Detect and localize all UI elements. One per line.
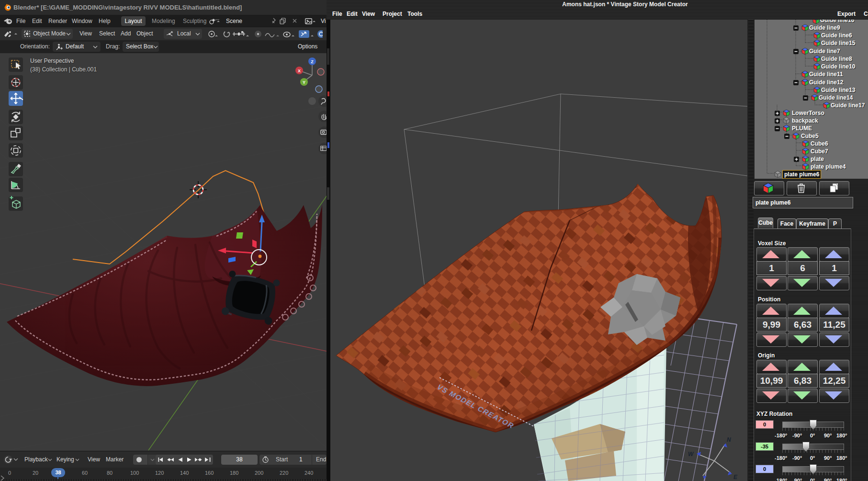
svg-text:N: N (727, 436, 731, 443)
svg-text:X: X (298, 69, 301, 73)
svg-text:W: W (688, 451, 694, 458)
svg-text:E: E (733, 474, 738, 481)
svg-text:Z: Z (311, 59, 314, 64)
svg-text:Y: Y (303, 80, 305, 85)
